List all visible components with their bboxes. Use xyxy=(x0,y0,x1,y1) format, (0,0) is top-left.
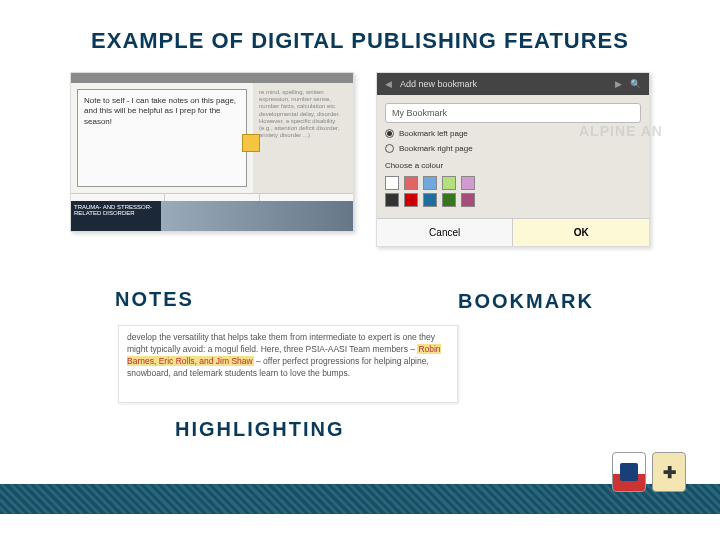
colour-swatch[interactable] xyxy=(423,176,437,190)
colour-swatch[interactable] xyxy=(385,193,399,207)
colour-swatch[interactable] xyxy=(385,176,399,190)
colour-swatch[interactable] xyxy=(461,176,475,190)
note-text: Note to self - I can take notes on this … xyxy=(84,96,236,126)
page-image xyxy=(161,201,353,231)
next-page-icon[interactable]: ▶ xyxy=(615,79,622,89)
highlight-text-pre: develop the versatility that helps take … xyxy=(127,332,435,354)
colour-swatch[interactable] xyxy=(404,176,418,190)
footer-logos xyxy=(612,452,686,492)
sticky-note-icon xyxy=(242,134,260,152)
sidebar-heading: TRAUMA- AND STRESSOR-RELATED DISORDER xyxy=(71,201,161,231)
slide-title: EXAMPLE OF DIGITAL PUBLISHING FEATURES xyxy=(0,0,720,72)
choose-colour-label: Choose a colour xyxy=(385,161,641,170)
colour-swatch[interactable] xyxy=(461,193,475,207)
bookmark-name-input[interactable]: My Bookmark xyxy=(385,103,641,123)
notes-label: NOTES xyxy=(115,288,194,311)
colour-swatch[interactable] xyxy=(423,193,437,207)
colour-swatch[interactable] xyxy=(442,193,456,207)
notes-screenshot: Note to self - I can take notes on this … xyxy=(70,72,354,232)
colour-swatch[interactable] xyxy=(442,176,456,190)
note-textarea[interactable]: Note to self - I can take notes on this … xyxy=(77,89,247,187)
highlighting-screenshot: develop the versatility that helps take … xyxy=(118,325,458,403)
colour-swatches xyxy=(385,176,641,207)
psia-logo-icon xyxy=(612,452,646,492)
bookmark-left-radio[interactable]: Bookmark left page xyxy=(385,129,641,138)
search-icon[interactable]: 🔍 xyxy=(630,79,641,89)
bookmark-right-radio[interactable]: Bookmark right page xyxy=(385,144,641,153)
highlighting-label: HIGHLIGHTING xyxy=(175,418,345,441)
page-text-behind: re mind, spelling, written expression, n… xyxy=(253,83,353,193)
bookmark-label: BOOKMARK xyxy=(458,290,594,313)
colour-swatch[interactable] xyxy=(404,193,418,207)
ok-button[interactable]: OK xyxy=(513,219,649,246)
bookmark-dialog-title: Add new bookmark xyxy=(400,79,477,89)
cancel-button[interactable]: Cancel xyxy=(377,219,514,246)
aasi-logo-icon xyxy=(652,452,686,492)
prev-page-icon[interactable]: ◀ xyxy=(385,79,392,89)
bookmark-screenshot: ◀ Add new bookmark ▶ 🔍 ALPINE AN My Book… xyxy=(376,72,650,247)
